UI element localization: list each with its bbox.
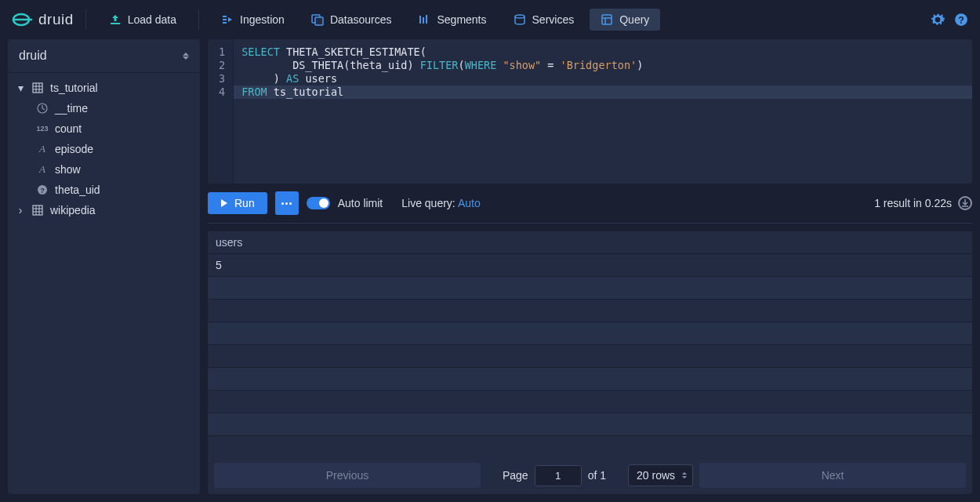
results-body: users 5 — [208, 231, 972, 457]
nav-load-data[interactable]: Load data — [98, 9, 187, 31]
logo-text: druid — [38, 11, 74, 28]
table-icon — [31, 204, 44, 216]
line-num: 1 — [219, 45, 225, 59]
run-button[interactable]: Run — [208, 192, 267, 214]
nav-query[interactable]: Query — [590, 9, 660, 31]
table-row — [208, 300, 972, 322]
tree-item-ts-tutorial[interactable]: ▾ ts_tutorial — [8, 78, 200, 98]
svg-text:?: ? — [958, 15, 964, 26]
fn: THETA_SKETCH_ESTIMATE( — [286, 45, 426, 58]
chevron-right-icon: › — [16, 204, 25, 216]
paren: ( — [459, 59, 465, 71]
nav-label: Load data — [128, 13, 176, 26]
page-of: of 1 — [588, 469, 606, 482]
result-status: 1 result in 0.22s — [874, 196, 972, 210]
divider — [198, 9, 199, 30]
clock-icon — [36, 102, 49, 115]
svg-rect-8 — [602, 15, 612, 24]
page-label: Page — [503, 469, 528, 482]
tree-item-show[interactable]: A show — [8, 159, 200, 180]
svg-rect-3 — [315, 17, 323, 25]
table-row — [208, 277, 972, 300]
live-query-value[interactable]: Auto — [458, 197, 481, 209]
sql-editor[interactable]: 1 2 3 4 SELECT THETA_SKETCH_ESTIMATE( DS… — [208, 39, 972, 184]
nav-services[interactable]: Services — [503, 9, 586, 31]
rows-label: 20 rows — [637, 469, 675, 482]
main: druid ▾ ts_tutorial __time 123 count A e… — [0, 39, 980, 502]
svg-rect-13 — [33, 83, 42, 93]
line-num: 2 — [219, 59, 225, 72]
nav-label: Ingestion — [240, 13, 285, 26]
results-footer: Previous Page of 1 20 rows Next — [208, 457, 972, 494]
alias: users — [305, 72, 337, 85]
upload-icon — [109, 13, 122, 26]
str: 'Bridgerton' — [561, 59, 637, 71]
table: ts_tutorial — [274, 85, 343, 98]
tree-label: show — [55, 163, 81, 176]
nav-ingestion[interactable]: Ingestion — [210, 9, 296, 31]
code[interactable]: SELECT THETA_SKETCH_ESTIMATE( DS_THETA(t… — [234, 39, 972, 184]
svg-rect-21 — [33, 206, 42, 215]
text-icon: A — [36, 143, 49, 155]
auto-limit-toggle[interactable] — [307, 197, 330, 209]
pagination: Page of 1 — [487, 465, 622, 486]
line-num: 3 — [219, 72, 225, 85]
sidebar: druid ▾ ts_tutorial __time 123 count A e… — [8, 39, 200, 494]
fn: DS_THETA(theta_uid) — [292, 59, 420, 71]
nav-segments[interactable]: Segments — [407, 9, 497, 31]
tree-item-theta-uid[interactable]: ? theta_uid — [8, 180, 200, 200]
gear-icon[interactable] — [931, 13, 945, 27]
auto-limit-label: Auto limit — [338, 197, 383, 209]
help-icon[interactable]: ? — [954, 13, 968, 27]
tree-item-wikipedia[interactable]: › wikipedia — [8, 200, 200, 220]
nav-datasources[interactable]: Datasources — [300, 9, 403, 31]
svg-rect-4 — [419, 16, 421, 24]
tree-item-count[interactable]: 123 count — [8, 118, 200, 139]
download-icon[interactable] — [958, 196, 972, 210]
nav-label: Segments — [437, 13, 486, 26]
sort-icon[interactable] — [183, 53, 189, 60]
nav-label: Datasources — [330, 13, 392, 26]
query-icon — [601, 13, 613, 26]
live-query-label: Live query: — [401, 197, 458, 209]
op: = — [541, 59, 560, 71]
tree: ▾ ts_tutorial __time 123 count A episode… — [8, 73, 200, 225]
druid-logo-icon — [12, 9, 32, 30]
topbar-right: ? — [931, 13, 968, 27]
number-icon: 123 — [36, 122, 49, 135]
play-icon — [220, 199, 228, 207]
table-row — [208, 391, 972, 413]
chevron-down-icon: ▾ — [16, 82, 25, 94]
sidebar-title: druid — [19, 49, 47, 63]
rows-per-page-select[interactable]: 20 rows — [628, 464, 693, 486]
nav-label: Services — [532, 13, 575, 26]
tree-label: __time — [55, 102, 88, 115]
tree-label: count — [55, 122, 82, 135]
run-label: Run — [234, 197, 255, 209]
live-query: Live query: Auto — [401, 197, 480, 209]
table-row — [208, 322, 972, 345]
results-table: users 5 Previous Page of 1 20 rows — [208, 231, 972, 494]
table-row[interactable]: 5 — [208, 254, 972, 277]
svg-text:?: ? — [40, 187, 45, 195]
kw: SELECT — [241, 45, 280, 58]
next-button[interactable]: Next — [699, 463, 966, 488]
logo[interactable]: druid — [12, 9, 86, 30]
paren: ) — [274, 72, 286, 85]
segments-icon — [418, 13, 430, 26]
sidebar-header: druid — [8, 39, 200, 73]
services-icon — [514, 13, 526, 26]
table-row — [208, 413, 972, 436]
previous-button[interactable]: Previous — [214, 463, 481, 488]
tree-item-time[interactable]: __time — [8, 98, 200, 118]
tree-item-episode[interactable]: A episode — [8, 139, 200, 159]
kw: WHERE — [465, 59, 503, 71]
svg-rect-5 — [423, 17, 424, 24]
text-icon: A — [36, 163, 49, 176]
column-header[interactable]: users — [208, 231, 972, 254]
topbar: druid Load data Ingestion Datasources Se… — [0, 0, 980, 39]
ingestion-icon — [221, 13, 234, 26]
more-button[interactable] — [275, 191, 299, 215]
page-input[interactable] — [535, 465, 582, 486]
datasources-icon — [311, 13, 324, 26]
